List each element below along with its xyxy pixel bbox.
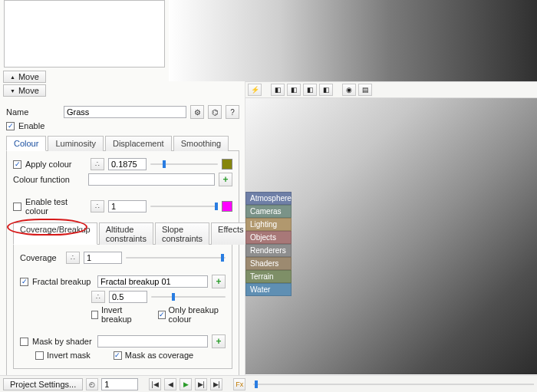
- invert-mask-label: Invert mask: [47, 351, 91, 360]
- step-back-button[interactable]: ◀: [164, 378, 176, 390]
- render-icon-4[interactable]: ◧: [319, 84, 333, 96]
- picker-icon[interactable]: ∴: [91, 158, 104, 170]
- fractal-breakup-checkbox[interactable]: ✓: [20, 278, 28, 286]
- test-colour-swatch[interactable]: [222, 201, 232, 212]
- subtab-coverage-breakup[interactable]: Coverage/Breakup: [13, 222, 97, 245]
- fractal-breakup-value[interactable]: [109, 291, 147, 303]
- move-down-label: Move: [18, 86, 39, 95]
- colour-function-field[interactable]: [88, 173, 215, 186]
- invert-mask-checkbox[interactable]: [35, 351, 44, 360]
- enable-test-colour-label: Enable test colour: [25, 197, 87, 216]
- clock-icon[interactable]: ◴: [86, 378, 98, 390]
- apply-colour-swatch[interactable]: [222, 159, 232, 170]
- sidetab-water[interactable]: Water: [245, 283, 292, 296]
- timeline-slider[interactable]: [253, 379, 534, 390]
- render-icon-1[interactable]: ◧: [271, 84, 285, 96]
- tab-displacement[interactable]: Displacement: [105, 136, 172, 151]
- coverage-value[interactable]: [84, 252, 122, 264]
- invert-breakup-label: Invert breakup: [101, 305, 143, 324]
- fractal-breakup-slider[interactable]: [151, 292, 226, 302]
- picker-icon-4[interactable]: ∴: [91, 291, 105, 303]
- mask-by-shader-checkbox[interactable]: [20, 338, 28, 346]
- apply-colour-value[interactable]: [108, 158, 147, 170]
- apply-colour-checkbox[interactable]: ✓: [13, 160, 21, 169]
- render-toolbar: ⚡ ◧ ◧ ◧ ◧ ◉ ▤: [245, 81, 537, 98]
- main-tabs: Colour Luminosity Displacement Smoothing: [6, 135, 239, 151]
- name-field[interactable]: [64, 106, 186, 118]
- subtab-slope[interactable]: Slope constraints: [155, 222, 209, 245]
- skip-last-button[interactable]: ▶|: [210, 378, 222, 390]
- skip-first-button[interactable]: |◀: [149, 378, 161, 390]
- tab-smoothing[interactable]: Smoothing: [173, 136, 229, 151]
- triangle-up-icon: ▲: [10, 74, 15, 80]
- fx-icon[interactable]: Fx: [233, 378, 245, 390]
- project-settings-button[interactable]: Project Settings...: [3, 378, 83, 390]
- mask-by-shader-label: Mask by shader: [32, 337, 94, 346]
- move-up-button[interactable]: ▲ Move: [3, 71, 46, 83]
- coverage-panel: Coverage ∴ ✓ Fractal breakup + ∴: [13, 245, 232, 369]
- subtab-effects[interactable]: Effects: [211, 222, 250, 245]
- gear-icon[interactable]: ⚙: [190, 105, 204, 119]
- name-label: Name: [6, 107, 60, 117]
- picker-icon-3[interactable]: ∴: [66, 252, 80, 264]
- render-icon-5[interactable]: ◉: [342, 84, 356, 96]
- colour-panel: ✓ Apply colour ∴ Colour function + Enabl…: [6, 151, 239, 376]
- render-icon-2[interactable]: ◧: [287, 84, 301, 96]
- sidetab-objects[interactable]: Objects: [245, 231, 292, 244]
- test-colour-slider[interactable]: [150, 201, 218, 212]
- invert-breakup-checkbox[interactable]: [91, 311, 98, 319]
- category-tabs: Atmosphere Cameras Lighting Objects Rend…: [245, 192, 292, 296]
- render-preview-top: [169, 0, 537, 81]
- preview-box: [4, 0, 165, 68]
- sidetab-renderers[interactable]: Renderers: [245, 244, 292, 257]
- add-mask-shader-button[interactable]: +: [212, 334, 226, 348]
- fractal-breakup-label: Fractal breakup: [32, 277, 94, 286]
- mask-as-coverage-label: Mask as coverage: [125, 351, 193, 360]
- add-colour-function-button[interactable]: +: [219, 173, 232, 186]
- apply-colour-slider[interactable]: [150, 159, 218, 170]
- mask-as-coverage-checkbox[interactable]: ✓: [114, 351, 122, 360]
- picker-icon-2[interactable]: ∴: [91, 200, 104, 212]
- sidetab-atmosphere[interactable]: Atmosphere: [245, 192, 292, 205]
- step-forward-button[interactable]: ▶|: [195, 378, 207, 390]
- frame-field[interactable]: [101, 378, 138, 390]
- triangle-down-icon: ▼: [10, 88, 15, 94]
- tab-luminosity[interactable]: Luminosity: [48, 136, 104, 151]
- test-colour-value[interactable]: [108, 200, 147, 212]
- move-down-button[interactable]: ▼ Move: [3, 84, 46, 97]
- enable-label: Enable: [18, 121, 44, 130]
- enable-checkbox[interactable]: ✓: [6, 122, 15, 130]
- tab-colour[interactable]: Colour: [6, 136, 46, 151]
- mask-shader-field[interactable]: [97, 335, 208, 348]
- help-icon[interactable]: ?: [226, 105, 239, 119]
- only-breakup-colour-label: Only breakup colour: [169, 305, 226, 324]
- coverage-label: Coverage: [20, 253, 62, 262]
- project-settings-label: Project Settings...: [10, 380, 76, 389]
- play-button[interactable]: ▶: [180, 378, 192, 390]
- sidetab-lighting[interactable]: Lighting: [245, 218, 292, 231]
- apply-colour-label: Apply colour: [25, 160, 87, 169]
- coverage-slider[interactable]: [126, 252, 226, 263]
- colour-function-label: Colour function: [13, 175, 84, 184]
- only-breakup-colour-checkbox[interactable]: ✓: [158, 311, 166, 319]
- bolt-icon[interactable]: ⚡: [248, 84, 262, 96]
- sidetab-shaders[interactable]: Shaders: [245, 257, 292, 270]
- sidetab-cameras[interactable]: Cameras: [245, 205, 292, 218]
- render-icon-6[interactable]: ▤: [358, 84, 372, 96]
- bottom-bar: Project Settings... ◴ |◀ ◀ ▶ ▶| ▶| Fx: [0, 375, 537, 392]
- move-up-label: Move: [18, 72, 39, 81]
- render-icon-3[interactable]: ◧: [303, 84, 317, 96]
- add-fractal-breakup-button[interactable]: +: [212, 275, 226, 288]
- sub-tabs: Coverage/Breakup Altitude constraints Sl…: [13, 222, 232, 245]
- enable-test-colour-checkbox[interactable]: [13, 203, 21, 211]
- subtab-altitude[interactable]: Altitude constraints: [99, 222, 153, 245]
- fractal-breakup-shader[interactable]: [97, 275, 208, 288]
- tree-icon[interactable]: ⌬: [208, 105, 222, 119]
- sidetab-terrain[interactable]: Terrain: [245, 270, 292, 283]
